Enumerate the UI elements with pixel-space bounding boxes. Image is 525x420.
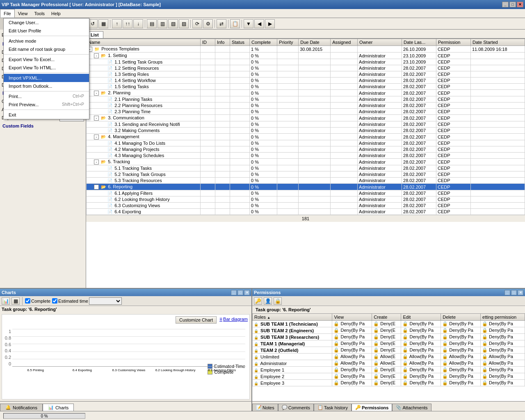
table-row[interactable]: 📄 6.2 Looking through History 0 % Admini…: [87, 196, 525, 203]
table-row[interactable]: - 📂 4. Management 0 % Administrator 28.0…: [87, 134, 525, 140]
table-row[interactable]: - 📂 3. Communication 0 % Administrator 2…: [87, 115, 525, 121]
menu-import-outlook[interactable]: Import from Outlook...: [4, 82, 89, 90]
perm-toolbar-btn1[interactable]: 🔑: [254, 297, 262, 305]
col-due-date[interactable]: Due Date: [299, 39, 331, 46]
table-row[interactable]: 📄 1.1 Setting Task Groups 0 % Administra…: [87, 59, 525, 65]
menu-tools[interactable]: Tools: [31, 9, 48, 18]
menu-view[interactable]: View: [15, 9, 31, 18]
permissions-close-btn[interactable]: ✕: [518, 290, 523, 295]
minimize-button[interactable]: _: [502, 2, 509, 7]
toolbar-btn-4[interactable]: ↑↑: [123, 19, 132, 28]
table-row[interactable]: - 📁 Process Templates 1 % 30.08.2015 26.…: [87, 46, 525, 52]
customize-chart-button[interactable]: Customize Chart: [176, 316, 217, 324]
table-row[interactable]: - 📂 5. Tracking 0 % Administrator 28.02.…: [87, 159, 525, 165]
col-date-last[interactable]: Date Las...: [402, 39, 436, 46]
toolbar-btn-2[interactable]: ▦: [98, 19, 108, 28]
perm-col-edit[interactable]: Edit: [401, 314, 441, 321]
table-row[interactable]: 📄 5.2 Tracking Task Groups 0 % Administr…: [87, 171, 525, 178]
perm-table-row[interactable]: 🔒 Employee 3 🔒 Deny(By Pa 🔒 Deny(E 🔒 Den…: [253, 380, 525, 386]
table-row[interactable]: 📄 2.1 Planning Tasks 0 % Administrator 2…: [87, 96, 525, 103]
charts-close-btn[interactable]: ✕: [244, 290, 250, 295]
perm-col-delete[interactable]: Delete: [441, 314, 481, 321]
table-row[interactable]: 📄 1.2 Setting Resources 0 % Administrato…: [87, 65, 525, 71]
toolbar-btn-14[interactable]: ◀: [254, 19, 264, 28]
table-row[interactable]: 📄 4.3 Managing Schedules 0 % Administrat…: [87, 153, 525, 159]
menu-edit-user-profile[interactable]: Edit User Profile: [4, 27, 89, 35]
expand-btn[interactable]: -: [94, 185, 99, 189]
expand-btn[interactable]: -: [94, 53, 99, 58]
perm-col-view[interactable]: View: [332, 314, 372, 321]
tab-charts[interactable]: 📊 Charts: [43, 404, 74, 411]
col-permission[interactable]: Permission: [436, 39, 471, 46]
menu-help[interactable]: Help: [48, 9, 64, 18]
menu-edit-root-name[interactable]: Edit name of root task group: [4, 45, 89, 53]
toolbar-refresh[interactable]: ⟳: [192, 19, 202, 28]
perm-table-row[interactable]: 🔒 SUB TEAM 2 (Engineers) 🔒 Deny(By Pa 🔒 …: [253, 327, 525, 334]
table-row[interactable]: 📄 6.3 Customizing Views 0 % Administrato…: [87, 203, 525, 209]
col-name[interactable]: Name: [87, 39, 201, 46]
table-row[interactable]: 📄 1.3 Setting Roles 0 % Administrator 28…: [87, 71, 525, 78]
estimated-time-select[interactable]: [89, 297, 122, 305]
table-row[interactable]: 📄 1.5 Setting Tasks 0 % Administrator 28…: [87, 84, 525, 90]
table-row[interactable]: 📄 5.1 Tracking Tasks 0 % Administrator 2…: [87, 165, 525, 171]
perm-toolbar-btn3[interactable]: 🔒: [274, 297, 282, 305]
menu-exit[interactable]: Exit: [4, 111, 89, 119]
toolbar-btn-10[interactable]: ⚙: [203, 19, 213, 28]
tab-attachments[interactable]: 📎 Attachments: [392, 404, 431, 411]
col-status[interactable]: Status: [230, 39, 249, 46]
charts-restore-btn[interactable]: □: [237, 290, 243, 295]
tab-comments[interactable]: 💬 Comments: [278, 404, 314, 411]
table-row[interactable]: 📄 3.1 Sending and Receiving Notifi 0 % A…: [87, 121, 525, 128]
perm-table-row[interactable]: 🔒 SUB TEAM 1 (Technicians) 🔒 Deny(By Pa …: [253, 321, 525, 327]
complete-checkbox[interactable]: [25, 298, 30, 304]
close-button[interactable]: ✕: [517, 2, 523, 7]
menu-archive-mode[interactable]: Archive mode: [4, 37, 89, 45]
col-complete[interactable]: Complete: [250, 39, 277, 46]
table-row[interactable]: 📄 4.2 Managing Projects 0 % Administrato…: [87, 146, 525, 153]
toolbar-btn-8[interactable]: ▧: [168, 19, 178, 28]
table-row[interactable]: 📄 6.1 Applying Filters 0 % Administrator…: [87, 190, 525, 196]
perm-table-row[interactable]: 🔒 Unlimited 🔒 Allow(By Pa 🔒 Allow(E 🔒 Al…: [253, 354, 525, 360]
table-row[interactable]: 📄 3.2 Making Comments 0 % Administrator …: [87, 128, 525, 134]
toolbar-btn-12[interactable]: 📋: [230, 19, 240, 28]
task-table-container[interactable]: Name ID Info Status Complete Priority Du…: [86, 39, 525, 288]
perm-table-row[interactable]: 🔒 SUB TEAM 3 (Researchers) 🔒 Deny(By Pa …: [253, 334, 525, 340]
col-priority[interactable]: Priority: [277, 39, 299, 46]
permissions-minimize-btn[interactable]: _: [504, 290, 510, 295]
table-row[interactable]: - 📂 2. Planning 0 % Administrator 28.02.…: [87, 90, 525, 96]
expand-btn[interactable]: -: [94, 135, 99, 139]
menu-print-preview[interactable]: Print Preview... Shift+Ctrl+P: [4, 100, 89, 109]
table-row[interactable]: - 📂 1. Setting 0 % Administrator 23.10.2…: [87, 52, 525, 59]
perm-table-row[interactable]: 🔒 Administrator 🔒 Allow(By Pa 🔒 Allow(E …: [253, 360, 525, 367]
menu-import-vpxml[interactable]: Import VPXML...: [4, 74, 89, 82]
col-assigned[interactable]: Assigned: [331, 39, 358, 46]
table-row[interactable]: 📄 2.2 Planning Resources 0 % Administrat…: [87, 103, 525, 109]
perm-table-row[interactable]: 🔒 TEAM 1 (Managerial) 🔒 Deny(By Pa 🔒 Den…: [253, 340, 525, 347]
estimated-checkbox[interactable]: [52, 298, 57, 304]
tab-notifications[interactable]: 🔔 Notifications: [0, 404, 43, 411]
col-info[interactable]: Info: [215, 39, 230, 46]
col-date-started[interactable]: Date Started: [470, 39, 525, 46]
toolbar-btn-11[interactable]: ⇄: [217, 19, 226, 28]
menu-export-html[interactable]: Export View To HTML...: [4, 64, 89, 72]
perm-table-row[interactable]: 🔒 TEAM 2 (Outfield) 🔒 Deny(By Pa 🔒 Deny(…: [253, 347, 525, 354]
tab-permissions[interactable]: 🔑 Permissions: [352, 404, 392, 411]
charts-toolbar-btn2[interactable]: ▦: [11, 297, 20, 305]
perm-table-row[interactable]: 🔒 Employee 2 🔒 Deny(By Pa 🔒 Deny(E 🔒 Den…: [253, 373, 525, 380]
toolbar-btn-5[interactable]: ↓: [133, 19, 143, 28]
table-row[interactable]: 📄 6.4 Exporting 0 % Administrator 28.02.…: [87, 209, 525, 215]
expand-btn[interactable]: -: [94, 160, 99, 164]
charts-minimize-btn[interactable]: _: [231, 290, 237, 295]
toolbar-btn-9[interactable]: ▨: [179, 19, 189, 28]
col-owner[interactable]: Owner: [358, 39, 402, 46]
toolbar-btn-13[interactable]: ▼: [244, 19, 253, 28]
permissions-restore-btn[interactable]: □: [511, 290, 517, 295]
charts-toolbar-btn1[interactable]: 📊: [2, 297, 10, 305]
menu-file[interactable]: File: [0, 9, 15, 18]
expand-btn[interactable]: -: [94, 116, 99, 121]
permissions-table-container[interactable]: Roles ▲ View Create Edit Delete etting p…: [252, 313, 525, 401]
toolbar-btn-15[interactable]: ▶: [265, 19, 275, 28]
table-row[interactable]: 📄 5.3 Tracking Resources 0 % Administrat…: [87, 178, 525, 184]
perm-col-roles[interactable]: Roles ▲: [253, 314, 332, 321]
toolbar-btn-7[interactable]: ▥: [158, 19, 167, 28]
